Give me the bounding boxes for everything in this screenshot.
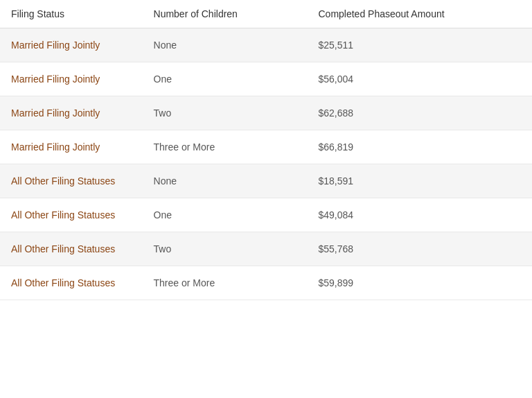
table-header-row: Filing Status Number of Children Complet… [0, 0, 532, 28]
table-row: All Other Filing StatusesNone$18,591 [0, 164, 532, 198]
table-row: All Other Filing StatusesOne$49,084 [0, 198, 532, 232]
cell-filing-status: Married Filing Jointly [0, 96, 143, 130]
cell-number-of-children: None [143, 28, 308, 62]
cell-completed-phaseout-amount: $18,591 [307, 164, 532, 198]
phaseout-table-container: Filing Status Number of Children Complet… [0, 0, 532, 300]
cell-filing-status: All Other Filing Statuses [0, 198, 143, 232]
cell-filing-status: All Other Filing Statuses [0, 164, 143, 198]
header-filing-status: Filing Status [0, 0, 143, 28]
phaseout-table: Filing Status Number of Children Complet… [0, 0, 532, 300]
table-row: Married Filing JointlyTwo$62,688 [0, 96, 532, 130]
cell-number-of-children: Three or More [143, 130, 308, 164]
cell-filing-status: Married Filing Jointly [0, 62, 143, 96]
header-completed-phaseout-amount: Completed Phaseout Amount [307, 0, 532, 28]
cell-completed-phaseout-amount: $25,511 [307, 28, 532, 62]
cell-filing-status: Married Filing Jointly [0, 28, 143, 62]
table-row: Married Filing JointlyOne$56,004 [0, 62, 532, 96]
cell-filing-status: All Other Filing Statuses [0, 232, 143, 266]
cell-completed-phaseout-amount: $49,084 [307, 198, 532, 232]
cell-number-of-children: Three or More [143, 266, 308, 300]
cell-number-of-children: One [143, 198, 308, 232]
table-body: Married Filing JointlyNone$25,511Married… [0, 28, 532, 300]
cell-completed-phaseout-amount: $56,004 [307, 62, 532, 96]
cell-filing-status: Married Filing Jointly [0, 130, 143, 164]
cell-number-of-children: One [143, 62, 308, 96]
cell-number-of-children: None [143, 164, 308, 198]
table-row: Married Filing JointlyThree or More$66,8… [0, 130, 532, 164]
cell-completed-phaseout-amount: $59,899 [307, 266, 532, 300]
cell-completed-phaseout-amount: $55,768 [307, 232, 532, 266]
cell-number-of-children: Two [143, 232, 308, 266]
cell-number-of-children: Two [143, 96, 308, 130]
table-row: All Other Filing StatusesThree or More$5… [0, 266, 532, 300]
cell-filing-status: All Other Filing Statuses [0, 266, 143, 300]
cell-completed-phaseout-amount: $66,819 [307, 130, 532, 164]
table-row: Married Filing JointlyNone$25,511 [0, 28, 532, 62]
header-number-of-children: Number of Children [143, 0, 308, 28]
table-row: All Other Filing StatusesTwo$55,768 [0, 232, 532, 266]
cell-completed-phaseout-amount: $62,688 [307, 96, 532, 130]
